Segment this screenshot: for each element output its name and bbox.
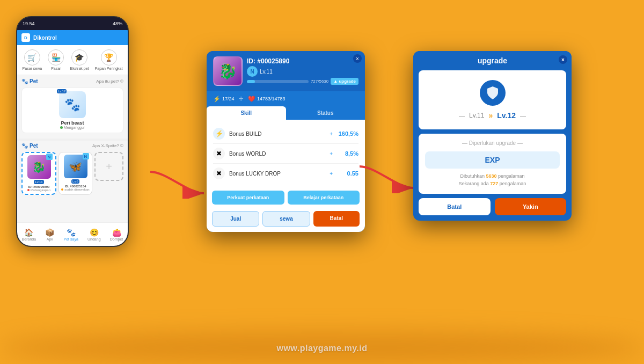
exp-current-amount: 727 — [490, 181, 498, 186]
upgrade-title-bar: upgrade × — [413, 51, 572, 70]
popup-pet-info: ID: #00025890 N Lv.11 727/5630 ▲ upgrade — [247, 57, 358, 85]
nav-pasar[interactable]: 🏪 Pasar — [48, 49, 64, 70]
popup-xp-text: 727/5630 — [311, 79, 328, 84]
pet-card-peri-beast[interactable]: 🐾 Lv.12 Peri beast Menganggur — [21, 88, 123, 133]
perkuat-perkataan-button[interactable]: Perkuat perkataan — [212, 191, 284, 205]
undang-icon: 😊 — [90, 228, 99, 237]
skill-icon-lucky: ✖ — [213, 168, 225, 179]
bottom-nav-dompet[interactable]: 👛 Dompet — [110, 228, 123, 241]
pet-00025890-level: Lv.11 — [34, 180, 43, 184]
notification-icon: D — [21, 33, 30, 42]
nav-papan-peringkat[interactable]: 🏆 Papan Peringkat — [95, 49, 123, 70]
pasar-icon: 🏪 — [48, 49, 64, 65]
exp-required-amount: 5630 — [486, 173, 496, 179]
upgrade-bottom-row: Batal Yakin — [413, 194, 572, 221]
pet-00025890-avatar: 🐉 N — [27, 155, 51, 179]
skill-value-world: 8,5% — [337, 150, 358, 157]
pet-section-2: 🐾 Pet Apa X-Sprite? © 🐉 N Lv.11 ID: #000… — [17, 141, 128, 198]
nav-pasar-sewa[interactable]: 🛒 Pasar sewa — [23, 49, 42, 70]
pasar-label: Pasar — [51, 67, 61, 70]
jual-button[interactable]: Jual — [212, 211, 259, 227]
phone-content: 🛒 Pasar sewa 🏪 Pasar 🎓 Ekstrak pet 🏆 Pap… — [17, 45, 128, 222]
battery-display: 48% — [113, 21, 122, 26]
skill-row-world: ✖ Bonus WORLD + 8,5% — [213, 144, 358, 164]
upgrade-batal-button[interactable]: Batal — [419, 198, 491, 215]
bottom-nav-undang[interactable]: 😊 Undang — [87, 228, 101, 241]
peri-beast-name: Peri beast — [61, 120, 84, 126]
status-dot-green — [60, 126, 63, 129]
skill-name-world: Bonus WORLD — [229, 151, 325, 157]
popup-action-row: Perkuat perkataan Belajar perkataan — [207, 187, 365, 208]
pet-saya-label: Pet saya — [64, 237, 78, 241]
pet-grid: 🐉 N Lv.11 ID: #00025890 Perlengkapan 🦋 N — [21, 152, 123, 195]
status-dot-red — [27, 189, 30, 191]
notification-bar: D Dikontrol — [17, 30, 128, 45]
pet-00025134-status: sudah disewakan — [61, 188, 89, 191]
skill-icon-build: ⚡ — [213, 128, 225, 140]
popup-level-icon: N — [247, 66, 258, 77]
popup-header: 🐉 ID: #00025890 N Lv.11 727/5630 ▲ upgra… — [207, 51, 365, 91]
pet-section-2-title: 🐾 Pet — [21, 143, 38, 149]
bottom-nav-pet-saya[interactable]: 🐾 Pet saya — [64, 228, 78, 241]
popup-pet-id: ID: #00025890 — [247, 57, 358, 65]
skill-plus-build: + — [330, 131, 333, 137]
arrow-chevrons: » — [488, 111, 493, 120]
skill-name-build: Bonus BUILD — [229, 131, 325, 137]
health-value: 14783/14783 — [257, 96, 286, 101]
skill-row-build: ⚡ Bonus BUILD + 160,5% — [213, 124, 358, 144]
phone-mockup: 19.54 48% D Dikontrol 🛒 Pasar sewa 🏪 Pas… — [16, 16, 129, 247]
popup-pet-avatar: 🐉 — [213, 56, 243, 86]
status-dot-orange — [61, 188, 63, 191]
pet-section-1-link[interactable]: Apa itu pet? © — [96, 79, 123, 84]
top-nav: 🛒 Pasar sewa 🏪 Pasar 🎓 Ekstrak pet 🏆 Pap… — [17, 45, 128, 75]
popup-close-button[interactable]: × — [353, 54, 362, 63]
undang-label: Undang — [87, 237, 101, 241]
popup-upgrade-btn[interactable]: ▲ upgrade — [331, 78, 358, 85]
pet-00025890-status: Perlengkapan — [27, 188, 50, 192]
popup-bottom-row: Jual sewa Batal — [207, 208, 365, 232]
tab-status[interactable]: Status — [286, 106, 365, 120]
pet-card-00025134[interactable]: 🦋 N Lv.6 ID: #00025134 sudah disewakan — [58, 152, 92, 195]
tab-skill[interactable]: Skill — [207, 106, 286, 120]
pet-section-2-header: 🐾 Pet Apa X-Sprite? © — [21, 143, 123, 149]
popup-upgrade: upgrade × — Lv.11 » Lv.12 — — Diperlukan… — [413, 51, 572, 221]
energy-stat: ⚡ 17/24 — [213, 96, 235, 103]
batal-button[interactable]: Batal — [313, 211, 360, 227]
dompet-icon: 👛 — [112, 228, 121, 237]
exp-icon-container: EXP — [425, 151, 560, 169]
exp-label: EXP — [485, 156, 500, 164]
nav-ekstrak-pet[interactable]: 🎓 Ekstrak pet — [70, 49, 89, 70]
heart-icon: ❤️ — [248, 96, 255, 103]
peri-beast-avatar: 🐾 Lv.12 — [59, 91, 86, 118]
level-from: Lv.11 — [469, 112, 484, 119]
peri-beast-status: Menganggur — [60, 126, 85, 129]
shield-icon — [480, 80, 506, 106]
apk-label: Apk — [47, 237, 53, 241]
health-stat: ❤️ 14783/14783 — [248, 96, 286, 103]
popup-level-row: N Lv.11 — [247, 66, 358, 77]
n-badge-2: N — [83, 153, 89, 159]
popup-stats-row: ⚡ 17/24 + ❤️ 14783/14783 — [207, 91, 365, 106]
pet-section-1-title: 🐾 Pet — [21, 78, 38, 84]
bolt-icon: ⚡ — [213, 96, 221, 103]
skill-plus-lucky: + — [330, 171, 333, 177]
beranda-icon: 🏠 — [24, 228, 33, 237]
pet-section-1-header: 🐾 Pet Apa itu pet? © — [21, 78, 123, 84]
belajar-perkataan-button[interactable]: Belajar perkataan — [288, 191, 360, 205]
add-pet-button[interactable]: + — [94, 152, 123, 181]
arrow-to-popup — [145, 166, 209, 199]
status-bar: 19.54 48% — [17, 17, 128, 30]
bottom-nav: 🏠 Beranda 📦 Apk 🐾 Pet saya 😊 Undang 👛 Do… — [17, 222, 128, 246]
upgrade-yakin-button[interactable]: Yakin — [495, 198, 567, 215]
pet-card-00025890[interactable]: 🐉 N Lv.11 ID: #00025890 Perlengkapan — [21, 152, 56, 195]
pet-00025134-avatar: 🦋 N — [64, 155, 87, 178]
arrow-to-upgrade — [354, 161, 419, 193]
upgrade-title: upgrade — [478, 56, 507, 65]
upgrade-close-button[interactable]: × — [559, 55, 567, 64]
required-title: — Diperlukan upgrade — — [425, 140, 560, 146]
bottom-nav-apk[interactable]: 📦 Apk — [45, 228, 54, 241]
bottom-nav-beranda[interactable]: 🏠 Beranda — [22, 228, 36, 241]
level-to: Lv.12 — [497, 111, 516, 120]
sewa-button[interactable]: sewa — [262, 211, 310, 227]
pet-section-2-link[interactable]: Apa X-Sprite? © — [92, 143, 123, 148]
